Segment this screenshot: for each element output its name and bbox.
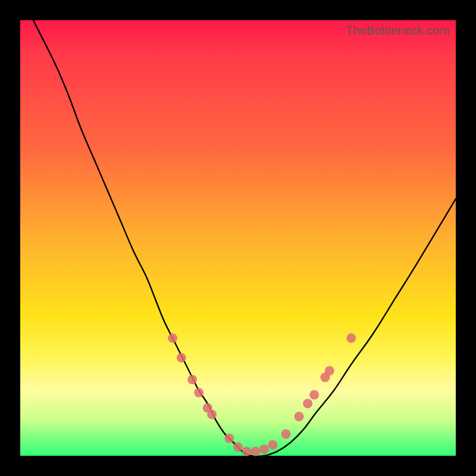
highlight-dot	[207, 409, 217, 419]
highlight-dot	[325, 366, 334, 375]
highlight-dot	[233, 442, 243, 452]
highlight-dot	[303, 399, 312, 408]
highlight-dot	[187, 375, 197, 384]
bottleneck-curve	[20, 0, 456, 456]
highlight-dot	[250, 447, 260, 456]
highlight-dot	[346, 333, 356, 343]
highlight-dot	[259, 444, 269, 454]
highlight-dot	[242, 447, 252, 456]
curve-svg	[20, 20, 456, 456]
highlight-dot	[224, 434, 234, 443]
highlight-dot	[309, 390, 319, 400]
highlight-dot	[194, 388, 203, 397]
highlight-dot	[281, 429, 291, 439]
highlight-dot	[168, 333, 177, 343]
highlight-dots	[168, 333, 356, 456]
highlight-dot	[268, 440, 278, 450]
highlight-dot	[177, 353, 186, 362]
chart-stage: TheBottleneck.com	[0, 0, 476, 476]
highlight-dot	[294, 412, 303, 421]
plot-area: TheBottleneck.com	[20, 20, 456, 456]
